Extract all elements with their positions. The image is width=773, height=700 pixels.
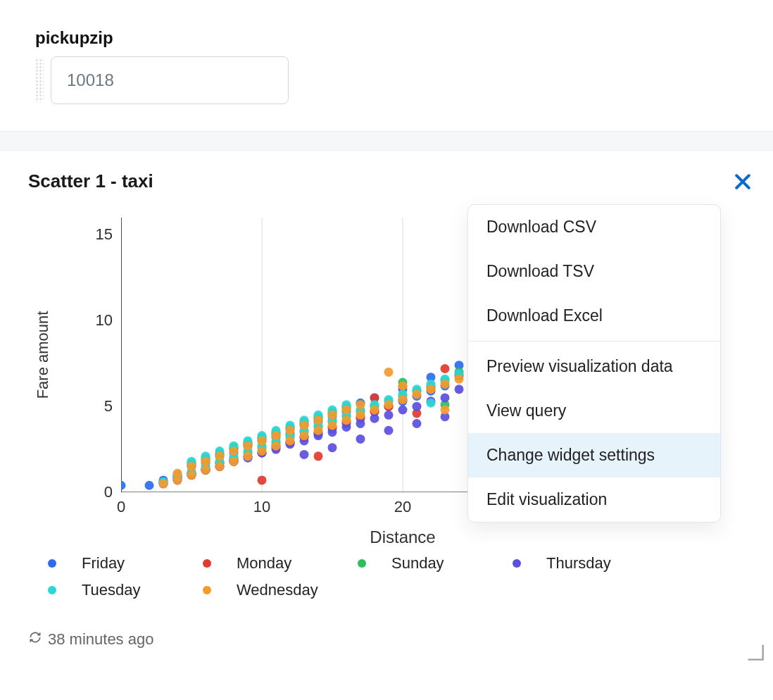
separator-strip xyxy=(0,131,773,151)
legend-item[interactable]: Friday xyxy=(48,554,203,573)
resize-handle-icon[interactable] xyxy=(745,642,765,661)
legend-label: Wednesday xyxy=(237,581,318,599)
legend-item[interactable]: Sunday xyxy=(358,554,513,573)
legend-label: Friday xyxy=(82,554,125,573)
svg-point-239 xyxy=(286,426,295,435)
svg-point-160 xyxy=(328,443,337,452)
svg-point-223 xyxy=(173,469,182,478)
menu-separator xyxy=(468,341,720,342)
drag-handle-icon[interactable] xyxy=(35,58,44,102)
svg-point-242 xyxy=(314,426,323,435)
svg-point-162 xyxy=(356,419,365,428)
svg-point-9 xyxy=(121,481,126,490)
svg-point-238 xyxy=(286,436,295,445)
legend-item[interactable]: Wednesday xyxy=(203,581,358,599)
legend: FridayMondaySundayThursdayTuesdayWednesd… xyxy=(48,554,753,599)
svg-point-69 xyxy=(258,475,267,485)
legend-item[interactable]: Thursday xyxy=(513,554,667,573)
legend-label: Monday xyxy=(237,554,291,573)
svg-point-10 xyxy=(145,481,154,490)
menu-item-preview[interactable]: Preview visualization data xyxy=(468,344,720,389)
svg-point-169 xyxy=(413,419,422,428)
svg-point-93 xyxy=(441,364,450,373)
svg-point-157 xyxy=(300,450,309,459)
legend-dot-icon xyxy=(48,586,56,594)
svg-point-80 xyxy=(314,451,323,461)
svg-point-251 xyxy=(384,400,394,409)
menu-item-csv[interactable]: Download CSV xyxy=(468,205,720,249)
refresh-icon xyxy=(28,630,42,649)
svg-point-166 xyxy=(384,426,394,435)
svg-point-244 xyxy=(328,420,337,430)
svg-point-165 xyxy=(384,411,394,420)
svg-point-252 xyxy=(384,368,394,377)
x-tick: 0 xyxy=(117,498,125,516)
legend-label: Sunday xyxy=(391,554,444,573)
svg-point-245 xyxy=(328,411,337,420)
svg-point-255 xyxy=(413,390,422,399)
svg-point-257 xyxy=(441,380,450,389)
svg-point-224 xyxy=(187,470,196,480)
svg-point-258 xyxy=(441,406,450,415)
legend-label: Thursday xyxy=(546,554,611,573)
svg-point-236 xyxy=(272,442,281,451)
refresh-text: 38 minutes ago xyxy=(48,630,153,649)
svg-point-249 xyxy=(356,400,365,409)
filter-block: pickupzip xyxy=(0,0,773,104)
y-tick: 15 xyxy=(96,225,113,244)
svg-point-247 xyxy=(342,406,351,415)
svg-point-254 xyxy=(398,381,408,390)
refresh-status[interactable]: 38 minutes ago xyxy=(28,630,753,649)
svg-point-232 xyxy=(244,451,253,461)
svg-point-250 xyxy=(370,406,379,415)
x-axis-label: Distance xyxy=(121,527,684,547)
svg-point-228 xyxy=(215,462,225,471)
y-axis-ticks: 051015 xyxy=(58,218,121,492)
svg-point-259 xyxy=(455,375,464,384)
context-menu: Download CSVDownload TSVDownload ExcelPr… xyxy=(467,204,721,523)
y-tick: 5 xyxy=(104,397,113,415)
y-tick: 0 xyxy=(104,483,113,501)
x-tick: 20 xyxy=(394,498,411,516)
svg-point-230 xyxy=(230,457,239,466)
svg-point-231 xyxy=(230,446,239,456)
svg-point-226 xyxy=(201,465,210,475)
svg-point-211 xyxy=(427,399,436,408)
svg-point-168 xyxy=(413,402,422,411)
svg-point-248 xyxy=(356,411,365,420)
legend-dot-icon xyxy=(358,559,366,568)
menu-item-query[interactable]: View query xyxy=(468,389,720,433)
svg-point-221 xyxy=(159,479,168,488)
menu-item-change[interactable]: Change widget settings xyxy=(468,433,720,477)
svg-point-240 xyxy=(300,431,309,440)
svg-point-256 xyxy=(427,385,436,394)
x-tick: 10 xyxy=(253,498,270,516)
legend-dot-icon xyxy=(513,559,521,568)
y-tick: 10 xyxy=(96,311,113,330)
legend-label: Tuesday xyxy=(82,581,141,599)
menu-item-edit[interactable]: Edit visualization xyxy=(468,477,720,522)
widget-title: Scatter 1 - taxi xyxy=(28,170,153,192)
close-icon[interactable] xyxy=(732,171,753,192)
legend-dot-icon xyxy=(203,586,211,594)
y-axis-label: Fare amount xyxy=(34,311,52,399)
legend-dot-icon xyxy=(48,559,56,568)
menu-item-excel[interactable]: Download Excel xyxy=(468,294,720,338)
svg-point-227 xyxy=(201,457,210,466)
svg-point-237 xyxy=(272,431,281,440)
legend-item[interactable]: Monday xyxy=(203,554,358,573)
svg-point-171 xyxy=(441,393,450,402)
svg-point-243 xyxy=(314,415,323,425)
svg-point-253 xyxy=(398,395,408,404)
svg-point-163 xyxy=(356,435,365,444)
svg-point-234 xyxy=(258,446,267,456)
svg-point-241 xyxy=(300,420,309,430)
svg-point-233 xyxy=(244,442,253,451)
svg-point-173 xyxy=(455,385,464,394)
pickupzip-input[interactable] xyxy=(51,56,289,104)
legend-dot-icon xyxy=(203,559,211,568)
svg-point-167 xyxy=(398,406,408,415)
svg-point-229 xyxy=(215,451,225,461)
menu-item-tsv[interactable]: Download TSV xyxy=(468,249,720,294)
legend-item[interactable]: Tuesday xyxy=(48,581,203,599)
